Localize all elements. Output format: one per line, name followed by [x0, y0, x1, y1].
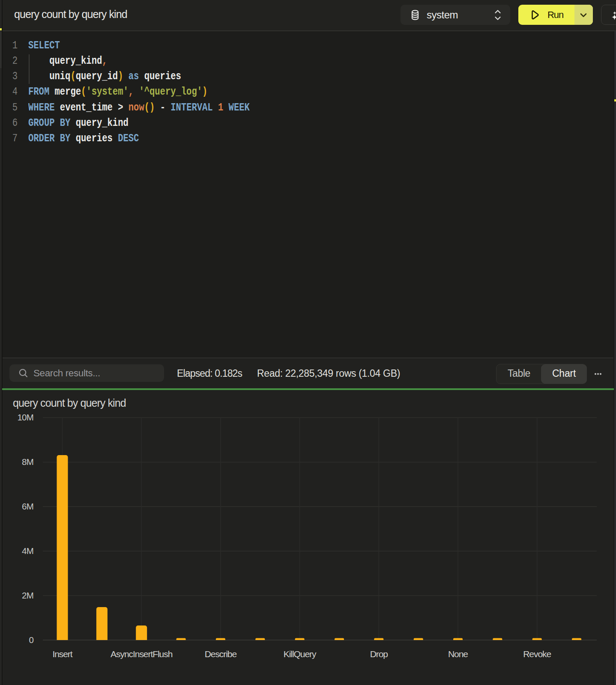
svg-text:KillQuery: KillQuery	[284, 649, 317, 659]
svg-text:8M: 8M	[22, 457, 33, 467]
svg-text:0: 0	[29, 635, 33, 645]
svg-text:None: None	[448, 649, 468, 659]
svg-text:AsyncInsertFlush: AsyncInsertFlush	[111, 649, 173, 659]
svg-text:4M: 4M	[22, 546, 33, 556]
svg-text:10M: 10M	[18, 412, 33, 422]
svg-text:Drop: Drop	[370, 649, 388, 659]
svg-text:6M: 6M	[22, 501, 33, 511]
svg-text:Revoke: Revoke	[523, 649, 551, 659]
svg-text:Insert: Insert	[52, 649, 72, 659]
svg-text:2M: 2M	[22, 590, 33, 600]
svg-text:Describe: Describe	[205, 649, 237, 659]
